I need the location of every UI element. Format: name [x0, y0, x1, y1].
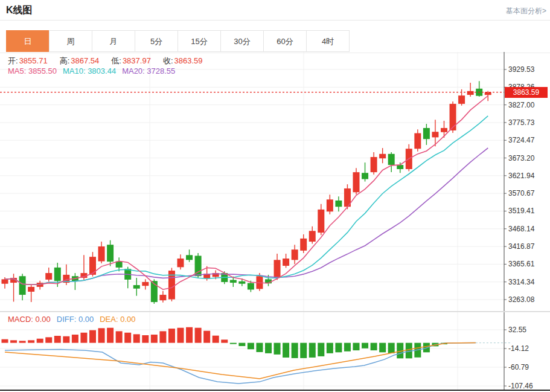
macd-bar — [116, 331, 123, 342]
diff-line — [5, 343, 476, 384]
candle — [318, 210, 324, 233]
macd-bar — [265, 343, 272, 353]
tab-30分[interactable]: 30分 — [220, 30, 264, 52]
tab-5分[interactable]: 5分 — [135, 30, 178, 52]
price-axis-label: 3416.87 — [508, 242, 535, 251]
candle — [45, 273, 52, 280]
tab-日[interactable]: 日 — [6, 30, 50, 52]
macd-bar — [379, 343, 386, 353]
tab-4时[interactable]: 4时 — [306, 30, 350, 52]
ohlc-开: 开:3855.71 — [8, 56, 54, 65]
macd-bar — [89, 330, 96, 343]
macd-MACD: MACD: 0.00 — [8, 315, 51, 324]
candle — [362, 173, 368, 179]
macd-bar — [98, 328, 105, 342]
candle — [423, 128, 430, 139]
tab-15分[interactable]: 15分 — [177, 30, 221, 52]
price-axis-label: 3724.47 — [508, 136, 535, 144]
macd-bar — [353, 343, 360, 350]
macd-bar — [177, 328, 184, 343]
tab-60分[interactable]: 60分 — [263, 30, 307, 52]
candle — [441, 128, 447, 132]
candle — [450, 104, 456, 130]
candle — [19, 276, 26, 295]
candle — [353, 172, 360, 192]
candle — [28, 287, 34, 292]
candle — [388, 154, 395, 165]
tab-周[interactable]: 周 — [49, 30, 92, 52]
ohlc-高: 高:3867.54 — [60, 56, 106, 65]
candle — [371, 157, 377, 172]
macd-bar — [388, 343, 395, 353]
candle — [159, 295, 166, 300]
macd-bar — [80, 333, 87, 343]
candle — [238, 281, 245, 284]
macd-bar — [45, 337, 52, 342]
macd-bar — [195, 328, 202, 343]
candle — [309, 231, 316, 242]
macd-bar — [362, 343, 368, 349]
macd-bar — [318, 343, 324, 356]
candle — [230, 280, 237, 283]
macd-bar — [327, 343, 333, 353]
candle — [133, 285, 140, 289]
macd-legend: MACD: 0.00DIFF: 0.00DEA: 0.00 — [8, 315, 142, 324]
candle — [300, 239, 307, 251]
macd-bar — [28, 340, 34, 342]
candle — [186, 255, 193, 260]
ma-MA5: MA5: 3855.50 — [8, 66, 57, 76]
macd-axis-label: -107.46 — [508, 382, 533, 390]
macd-bar — [107, 328, 114, 343]
macd-bar — [213, 336, 219, 343]
macd-bar — [37, 339, 43, 343]
fundamental-analysis-link[interactable]: 基本面分析> — [506, 6, 546, 16]
price-axis-label: 3621.94 — [508, 172, 535, 180]
price-axis-label: 3775.73 — [508, 118, 535, 127]
macd-bar — [133, 334, 140, 342]
macd-axis-label: -60.79 — [508, 363, 529, 371]
macd-DEA: DEA: 0.00 — [100, 315, 135, 324]
price-axis-label: 3929.53 — [508, 65, 535, 74]
macd-bar — [72, 335, 78, 343]
macd-bar — [230, 343, 237, 344]
price-axis-label: 3570.67 — [508, 189, 535, 198]
last-price-tag: 3863.59 — [505, 87, 548, 98]
candle — [98, 246, 105, 262]
candle — [397, 165, 403, 169]
kline-page: K线图 基本面分析> 日周月5分15分30分60分4时 3929.533878.… — [0, 0, 550, 392]
ohlc-收: 收:3863.59 — [163, 56, 209, 65]
macd-bar — [274, 343, 281, 355]
candle — [292, 249, 298, 260]
macd-bar — [124, 333, 131, 343]
price-axis-label: 3468.14 — [508, 225, 535, 233]
candle — [177, 259, 184, 267]
macd-bar — [238, 343, 245, 346]
tab-月[interactable]: 月 — [92, 30, 135, 52]
macd-bar — [344, 343, 351, 352]
ma-MA20: MA20: 3728.55 — [122, 66, 175, 76]
candle — [2, 279, 8, 283]
macd-bar — [300, 343, 307, 358]
candlestick-chart[interactable]: 3929.533878.263827.003775.733724.473673.… — [0, 52, 550, 312]
ma-legend: MA5: 3855.50MA10: 3803.44MA20: 3728.55 — [8, 66, 181, 76]
interval-tabs: 日周月5分15分30分60分4时 — [6, 30, 350, 52]
page-header: K线图 基本面分析> — [0, 0, 550, 21]
price-axis-label: 3314.34 — [508, 278, 535, 286]
candle — [458, 95, 465, 104]
macd-bar — [63, 336, 69, 343]
ohlc-低: 低:3837.97 — [111, 56, 157, 65]
candle — [274, 260, 281, 278]
macd-bar — [2, 339, 8, 343]
macd-bar — [256, 343, 263, 352]
macd-bar — [221, 339, 228, 342]
macd-axis-label: -14.12 — [508, 344, 529, 353]
candle — [432, 132, 438, 137]
candle — [142, 282, 149, 286]
macd-bar — [54, 336, 61, 343]
candle — [327, 199, 333, 211]
ma5-line — [5, 96, 488, 290]
page-title: K线图 — [6, 4, 33, 17]
macd-bar — [186, 327, 193, 343]
macd-bar — [292, 343, 298, 358]
candle — [283, 259, 289, 266]
